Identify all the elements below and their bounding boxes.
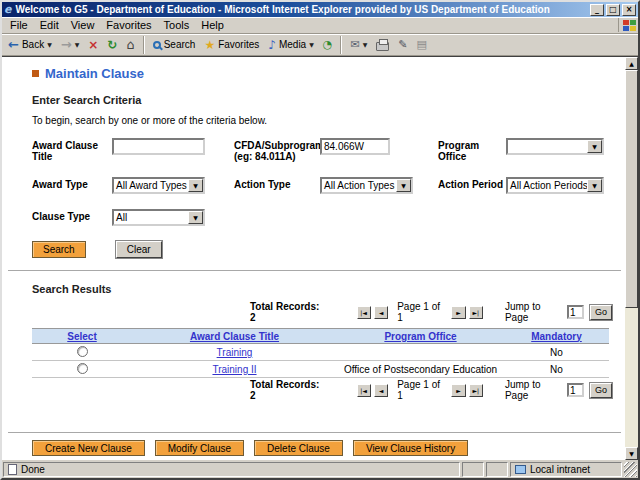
- next-page-button[interactable]: ►: [451, 384, 465, 397]
- title-bar: e Welcome to G5 - Department of Educatio…: [2, 2, 638, 17]
- first-page-button[interactable]: |◄: [357, 384, 371, 397]
- mandatory-cell: No: [504, 347, 609, 358]
- ie-logo-icon[interactable]: e: [4, 4, 11, 15]
- menu-view[interactable]: View: [65, 18, 101, 32]
- document-icon: [8, 464, 17, 475]
- go-button[interactable]: Go: [590, 383, 612, 398]
- action-type-select[interactable]: All Action Types ▼: [320, 177, 413, 194]
- discuss-icon: ▤: [416, 39, 426, 50]
- maximize-button[interactable]: □: [606, 4, 620, 16]
- history-button[interactable]: ◔: [319, 35, 337, 55]
- view-clause-history-button[interactable]: View Clause History: [353, 440, 468, 456]
- resize-grip[interactable]: [624, 462, 637, 477]
- search-toolbar-button[interactable]: Search: [149, 35, 200, 55]
- forward-button[interactable]: → ▼: [57, 35, 84, 55]
- chevron-down-icon[interactable]: ▼: [188, 179, 203, 192]
- clause-title-link[interactable]: Training II: [212, 364, 256, 375]
- window-controls: _ □ ×: [590, 4, 636, 16]
- jump-to-page-input[interactable]: [567, 305, 584, 319]
- header-program-office[interactable]: Program Office: [337, 331, 504, 342]
- menu-favorites[interactable]: Favorites: [100, 18, 157, 32]
- search-icon: [153, 41, 161, 49]
- chevron-down-icon[interactable]: ▼: [587, 140, 602, 153]
- results-pagination-bottom: Total Records: 2 |◄ ◄ Page 1 of 1 ► ►| J…: [32, 382, 612, 398]
- jump-to-page-input[interactable]: [567, 383, 584, 397]
- edit-button[interactable]: ✎: [394, 35, 411, 55]
- header-mandatory[interactable]: Mandatory: [504, 331, 609, 342]
- menu-tools[interactable]: Tools: [158, 18, 196, 32]
- back-label: Back: [22, 39, 44, 50]
- favorites-button[interactable]: ★ Favorites: [200, 35, 263, 55]
- go-button[interactable]: Go: [590, 305, 612, 320]
- discuss-button[interactable]: ▤: [412, 35, 430, 55]
- prev-page-button[interactable]: ◄: [374, 384, 388, 397]
- select-radio[interactable]: [77, 346, 88, 357]
- status-bar: Done Local intranet: [2, 460, 638, 478]
- print-button[interactable]: [372, 35, 393, 55]
- award-clause-title-input[interactable]: [112, 138, 205, 155]
- action-period-select[interactable]: All Action Periods ▼: [506, 177, 604, 194]
- last-page-button[interactable]: ►|: [469, 306, 483, 319]
- menu-help[interactable]: Help: [195, 18, 230, 32]
- menu-file[interactable]: File: [4, 18, 34, 32]
- program-office-label: Program Office: [438, 138, 506, 162]
- header-award-clause-title[interactable]: Award Clause Title: [132, 331, 337, 342]
- delete-clause-button[interactable]: Delete Clause: [254, 440, 343, 456]
- search-button[interactable]: Search: [32, 241, 86, 258]
- menu-edit[interactable]: Edit: [34, 18, 65, 32]
- scroll-up-icon[interactable]: ▲: [625, 57, 638, 70]
- vertical-scrollbar[interactable]: ▲ ▼: [625, 57, 638, 460]
- header-select[interactable]: Select: [32, 331, 132, 342]
- scroll-down-icon[interactable]: ▼: [625, 447, 638, 460]
- back-dropdown-icon: ▼: [47, 42, 52, 48]
- home-button[interactable]: ⌂: [122, 35, 138, 55]
- clause-type-select[interactable]: All ▼: [112, 209, 205, 226]
- program-office-select[interactable]: ▼: [506, 138, 604, 155]
- create-new-clause-button[interactable]: Create New Clause: [32, 440, 145, 456]
- mail-dropdown-icon: ▼: [363, 42, 368, 48]
- back-button[interactable]: ← Back ▼: [4, 35, 56, 55]
- forward-dropdown-icon: ▼: [75, 42, 80, 48]
- cfda-label: CFDA/Subprogram (eg: 84.011A): [234, 138, 320, 162]
- modify-clause-button[interactable]: Modify Clause: [155, 440, 244, 456]
- table-row: Training No: [32, 344, 609, 361]
- browser-content: Maintain Clause Enter Search Criteria To…: [2, 56, 638, 460]
- stop-button[interactable]: ×: [84, 35, 102, 55]
- chevron-down-icon[interactable]: ▼: [396, 179, 411, 192]
- select-radio[interactable]: [77, 363, 88, 374]
- results-table-header: Select Award Clause Title Program Office…: [32, 328, 609, 344]
- scrollbar-track[interactable]: [625, 308, 638, 447]
- action-period-label: Action Period: [438, 177, 506, 190]
- action-period-value: All Action Periods: [508, 179, 587, 192]
- mail-button[interactable]: ✉ ▼: [346, 35, 371, 55]
- clause-title-link[interactable]: Training: [217, 347, 253, 358]
- chevron-down-icon[interactable]: ▼: [587, 179, 602, 192]
- minimize-button[interactable]: _: [590, 4, 604, 16]
- award-type-select[interactable]: All Award Types ▼: [112, 177, 205, 194]
- cfda-input[interactable]: [320, 138, 390, 155]
- results-table: Select Award Clause Title Program Office…: [32, 328, 609, 378]
- first-page-button[interactable]: |◄: [357, 306, 371, 319]
- stop-icon: ×: [88, 39, 98, 51]
- chevron-down-icon[interactable]: ▼: [188, 211, 203, 224]
- security-zone-pane: Local intranet: [510, 462, 622, 477]
- page-title: Maintain Clause: [32, 66, 619, 81]
- page-title-text: Maintain Clause: [45, 66, 144, 81]
- refresh-button[interactable]: ↻: [103, 35, 121, 55]
- total-records: Total Records: 2: [250, 301, 321, 323]
- favorites-label: Favorites: [218, 39, 259, 50]
- clause-type-value: All: [114, 211, 188, 224]
- media-button[interactable]: ♪ Media ▼: [264, 35, 318, 55]
- pager: |◄ ◄ Page 1 of 1 ► ►|: [357, 379, 483, 401]
- criteria-heading: Enter Search Criteria: [32, 94, 619, 106]
- status-text: Done: [21, 464, 45, 475]
- prev-page-button[interactable]: ◄: [374, 306, 388, 319]
- scrollbar-thumb[interactable]: [625, 70, 638, 308]
- criteria-instructions: To begin, search by one or more of the c…: [32, 115, 619, 126]
- page-body: Maintain Clause Enter Search Criteria To…: [2, 57, 625, 460]
- close-button[interactable]: ×: [622, 4, 636, 16]
- last-page-button[interactable]: ►|: [469, 384, 483, 397]
- next-page-button[interactable]: ►: [451, 306, 465, 319]
- cfda-label-line2: (eg: 84.011A): [234, 151, 296, 162]
- clear-button[interactable]: Clear: [116, 241, 162, 258]
